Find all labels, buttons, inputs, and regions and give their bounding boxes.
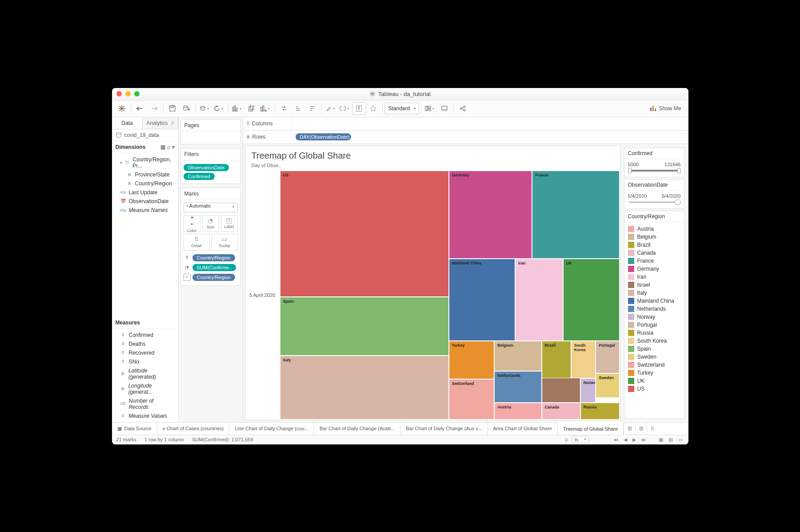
- legend-item[interactable]: Mainland China: [628, 297, 681, 305]
- legend-item[interactable]: Belgium: [628, 233, 681, 241]
- sheet-tab[interactable]: e Chart of Cases (countries): [157, 423, 230, 435]
- swap-button[interactable]: [277, 102, 291, 115]
- marks-label-button[interactable]: TLabel: [221, 215, 238, 232]
- legend-item[interactable]: Netherlands: [628, 305, 681, 313]
- tab-analytics[interactable]: Analytics⇵: [143, 117, 178, 129]
- treemap-chart[interactable]: USSpainItalyGermanyFranceMainland ChinaI…: [280, 171, 620, 420]
- view-as-icon[interactable]: ▦: [160, 144, 165, 150]
- close-window-button[interactable]: [116, 91, 122, 96]
- fit-selector[interactable]: Standard: [384, 103, 420, 114]
- legend-item[interactable]: Israel: [628, 281, 681, 289]
- date-slider[interactable]: [629, 201, 680, 203]
- undo-button[interactable]: [133, 102, 147, 115]
- treemap-cell[interactable]: Turkey: [449, 341, 495, 379]
- dim-measure-names[interactable]: AbcMeasure Names: [112, 206, 178, 215]
- zoom-window-button[interactable]: [134, 91, 140, 96]
- sheet-tab-active[interactable]: Treemap of Global Share: [558, 422, 624, 435]
- tab-data-source[interactable]: ▦Data Source: [112, 423, 157, 435]
- auto-update-button[interactable]: ▾: [198, 102, 212, 115]
- treemap-cell[interactable]: Russia: [580, 403, 620, 420]
- treemap-cell[interactable]: Norway: [580, 378, 596, 403]
- menu-icon[interactable]: ▾: [172, 144, 175, 150]
- treemap-cell[interactable]: Netherlands: [494, 371, 541, 403]
- treemap-cell[interactable]: France: [532, 171, 620, 259]
- prev-tab-button[interactable]: ◀: [622, 437, 628, 443]
- treemap-cell[interactable]: Switzerland: [449, 379, 495, 420]
- group-button[interactable]: ▾: [338, 102, 352, 115]
- meas-mvals[interactable]: #Measure Values: [112, 412, 178, 420]
- new-worksheet-button[interactable]: ▾: [230, 102, 244, 115]
- mark-type-selector[interactable]: ▫ Automatic: [184, 203, 238, 212]
- treemap-cell[interactable]: Austria: [494, 403, 541, 420]
- marks-detail-button[interactable]: ⠿Detail: [184, 234, 210, 251]
- confirmed-slider[interactable]: [629, 170, 680, 172]
- meas-recovered[interactable]: #Recovered: [112, 348, 178, 357]
- sheet-tab[interactable]: Bar Chart of Daily Change (Aus v...: [400, 423, 488, 435]
- new-sheet-button[interactable]: ⊞: [624, 423, 635, 435]
- meas-sno[interactable]: #SNo: [112, 357, 178, 366]
- filter-pill-confirmed[interactable]: Confirmed: [184, 173, 215, 180]
- rows-shelf[interactable]: ≡Rows DAY(ObservationDate): [243, 131, 688, 144]
- meas-lat[interactable]: ⊕Latitude (generated): [112, 366, 178, 381]
- legend-item[interactable]: Austria: [628, 225, 681, 233]
- user-selector[interactable]: ts: [572, 436, 589, 443]
- mark-pill-label[interactable]: Country/Region: [192, 274, 235, 281]
- meas-confirmed[interactable]: #Confirmed: [112, 331, 178, 340]
- row-pill-day[interactable]: DAY(ObservationDate): [296, 133, 351, 140]
- share-button[interactable]: [456, 102, 470, 115]
- new-datasource-button[interactable]: [180, 102, 194, 115]
- dim-province[interactable]: ⊕Province/State: [112, 170, 178, 179]
- new-story-button[interactable]: ⎘: [647, 423, 658, 435]
- new-dashboard-button[interactable]: ⊞: [635, 423, 647, 435]
- tabs-view-button[interactable]: ▦: [657, 437, 664, 443]
- refresh-button[interactable]: ▾: [212, 102, 226, 115]
- treemap-cell[interactable]: Sweden: [596, 373, 620, 398]
- treemap-cell[interactable]: Mainland China: [449, 259, 515, 341]
- duplicate-button[interactable]: [244, 102, 259, 115]
- redo-button[interactable]: [147, 102, 161, 115]
- search-icon[interactable]: ⌕: [167, 144, 170, 150]
- meas-deaths[interactable]: #Deaths: [112, 340, 178, 348]
- legend-item[interactable]: Iran: [628, 273, 681, 281]
- treemap-cell[interactable]: Canada: [542, 403, 580, 420]
- dim-hierarchy[interactable]: ▾ℋCountry/Region, Pr...: [112, 155, 178, 170]
- dim-country[interactable]: ⊕Country/Region: [112, 179, 178, 188]
- marks-tooltip-button[interactable]: ▭Tooltip: [212, 234, 238, 251]
- show-cards-button[interactable]: ▾: [423, 102, 437, 115]
- first-tab-button[interactable]: ⏮: [612, 437, 620, 442]
- treemap-cell[interactable]: South Korea: [571, 341, 596, 378]
- treemap-cell[interactable]: Germany: [449, 171, 532, 259]
- datasource-row[interactable]: covid_19_data: [112, 129, 178, 141]
- save-button[interactable]: [165, 102, 180, 115]
- sort-view-button[interactable]: ▤: [667, 437, 674, 443]
- marks-size-button[interactable]: ◔Size: [202, 215, 219, 232]
- tab-data[interactable]: Data: [112, 117, 143, 129]
- treemap-cell[interactable]: Brazil: [542, 341, 572, 378]
- confirmed-filter-card[interactable]: Confirmed 5000131646: [624, 148, 685, 177]
- show-labels-button[interactable]: T: [352, 102, 366, 115]
- legend-item[interactable]: Russia: [628, 329, 681, 337]
- legend-item[interactable]: South Korea: [628, 337, 681, 345]
- sheet-tab[interactable]: Bar Chart of Daily Change (Austr...: [314, 423, 400, 435]
- legend-item[interactable]: Germany: [628, 265, 681, 273]
- legend-item[interactable]: US: [628, 385, 681, 393]
- observationdate-filter-card[interactable]: ObservationDate 5/4/20205/4/2020: [624, 179, 685, 209]
- legend-item[interactable]: Italy: [628, 289, 681, 297]
- treemap-cell[interactable]: Portugal: [596, 341, 620, 373]
- last-tab-button[interactable]: ⏭: [640, 437, 648, 442]
- legend-item[interactable]: Canada: [628, 249, 681, 257]
- filter-pill-observationdate[interactable]: ObservationDate: [184, 164, 229, 171]
- sheet-tab[interactable]: Line Chart of Daily Change (cou...: [229, 423, 314, 435]
- legend-item[interactable]: France: [628, 257, 681, 265]
- marks-color-button[interactable]: ••••Color: [184, 215, 200, 232]
- viz-title[interactable]: Treemap of Global Share: [245, 146, 620, 163]
- highlight-button[interactable]: ▾: [324, 102, 338, 115]
- mark-pill-color[interactable]: Country/Region: [192, 254, 235, 261]
- pin-button[interactable]: [366, 102, 380, 115]
- legend-item[interactable]: Sweden: [628, 353, 681, 361]
- dim-last-update[interactable]: AbcLast Update: [112, 188, 178, 197]
- treemap-cell[interactable]: US: [280, 171, 449, 297]
- legend-item[interactable]: Turkey: [628, 369, 681, 377]
- meas-lon[interactable]: ⊕Longitude (generat...: [112, 381, 178, 396]
- filmstrip-button[interactable]: ▭: [677, 437, 684, 443]
